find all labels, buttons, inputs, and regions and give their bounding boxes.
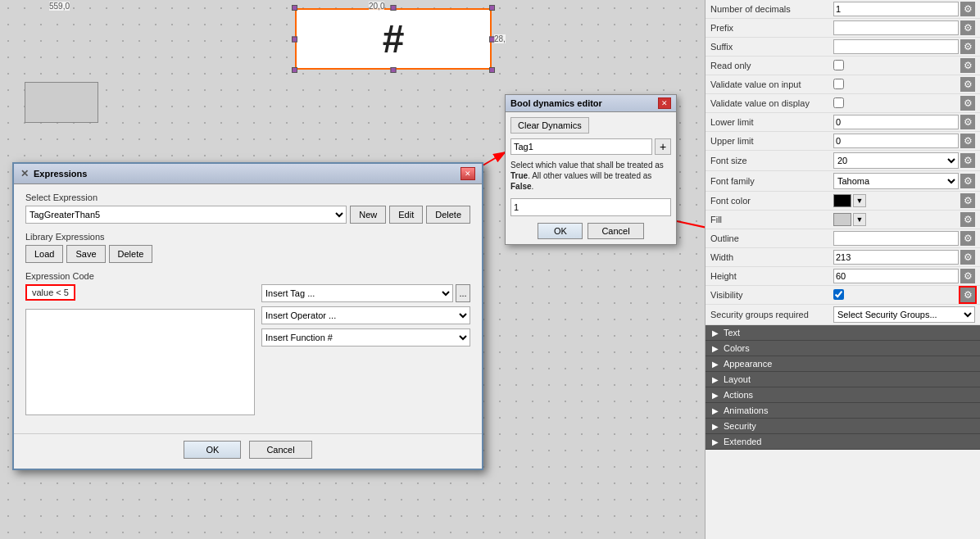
gear-upper-limit[interactable]: ⚙ (960, 134, 975, 148)
value-read-only (833, 60, 959, 72)
bool-plus-button[interactable]: + (655, 138, 671, 155)
handle-tl[interactable] (292, 5, 297, 11)
expressions-title-text: Expressions (34, 169, 87, 179)
value-security-groups: Select Security Groups... (833, 306, 975, 323)
handle-ml[interactable] (292, 36, 297, 42)
edit-expression-button[interactable]: Edit (389, 206, 423, 224)
delete-expression-button[interactable]: Delete (426, 206, 470, 224)
handle-tr[interactable] (489, 5, 495, 11)
chevron-extended: ▶ (712, 437, 719, 446)
expression-dropdown[interactable]: TagGreaterThan5 (25, 206, 347, 224)
checkbox-read-only[interactable] (833, 60, 844, 70)
gear-validate-input[interactable]: ⚙ (960, 77, 975, 92)
input-width[interactable] (833, 250, 959, 265)
insert-tag-select[interactable]: Insert Tag ... (261, 284, 453, 302)
save-button[interactable]: Save (66, 245, 105, 263)
select-font-family[interactable]: Tahoma Arial Verdana (833, 173, 959, 189)
input-upper-limit[interactable] (833, 134, 959, 148)
row-fill: Fill ▼ ⚙ (706, 211, 980, 229)
gear-number-of-decimals[interactable]: ⚙ (960, 2, 975, 16)
handle-tm[interactable] (391, 5, 397, 11)
input-prefix[interactable] (833, 20, 959, 35)
select-security-groups[interactable]: Select Security Groups... (833, 306, 975, 323)
gear-visibility[interactable]: ⚙ (960, 288, 975, 302)
section-extended[interactable]: ▶ Extended (706, 434, 980, 450)
gear-font-family[interactable]: ⚙ (960, 174, 975, 188)
label-validate-input: Validate value on input (710, 79, 833, 89)
chevron-animations: ▶ (712, 406, 719, 415)
font-color-swatch[interactable] (833, 194, 851, 207)
value-lower-limit (833, 115, 959, 129)
fill-color-dropdown[interactable]: ▼ (853, 213, 866, 226)
row-font-color: Font color ▼ ⚙ (706, 192, 980, 211)
input-lower-limit[interactable] (833, 115, 959, 129)
bool-value-input[interactable] (510, 198, 671, 216)
expressions-close-button[interactable]: ✕ (461, 167, 475, 180)
bool-ok-button[interactable]: OK (538, 223, 583, 239)
expressions-ok-button[interactable]: OK (184, 441, 241, 459)
value-validate-display (833, 97, 959, 110)
bool-dialog-buttons: OK Cancel (510, 223, 671, 239)
insert-tag-dots-button[interactable]: ... (456, 284, 470, 302)
clear-dynamics-button[interactable]: Clear Dynamics (510, 117, 589, 134)
bool-dialog-body: Clear Dynamics + Select which value that… (506, 112, 676, 244)
input-suffix[interactable] (833, 39, 959, 54)
handle-bl[interactable] (292, 67, 297, 73)
expressions-dialog: ✕ Expressions ✕ Select Expression TagGre… (12, 162, 483, 470)
row-font-family: Font family Tahoma Arial Verdana ⚙ (706, 171, 980, 192)
section-colors[interactable]: ▶ Colors (706, 341, 980, 356)
expression-select-row: TagGreaterThan5 New Edit Delete (25, 206, 470, 224)
gear-validate-display[interactable]: ⚙ (960, 96, 975, 111)
insert-function-select[interactable]: Insert Function # (261, 328, 470, 346)
label-outline: Outline (710, 233, 833, 243)
section-animations[interactable]: ▶ Animations (706, 403, 980, 419)
gear-lower-limit[interactable]: ⚙ (960, 115, 975, 129)
label-read-only: Read only (710, 61, 833, 70)
bool-cancel-button[interactable]: Cancel (588, 223, 643, 239)
expressions-cancel-button[interactable]: Cancel (249, 441, 311, 459)
gear-font-size[interactable]: ⚙ (960, 153, 975, 168)
insert-operator-select[interactable]: Insert Operator ... (261, 306, 470, 324)
value-validate-input (833, 79, 959, 91)
row-lower-limit: Lower limit ⚙ (706, 113, 980, 132)
section-text[interactable]: ▶ Text (706, 325, 980, 341)
new-expression-button[interactable]: New (350, 206, 386, 224)
gear-read-only[interactable]: ⚙ (960, 58, 975, 73)
gear-height[interactable]: ⚙ (960, 269, 975, 283)
input-height[interactable] (833, 269, 959, 283)
font-color-dropdown[interactable]: ▼ (853, 194, 866, 207)
fill-color-swatch[interactable] (833, 213, 851, 226)
handle-bm[interactable] (391, 67, 397, 73)
section-security[interactable]: ▶ Security (706, 419, 980, 434)
delete-library-button[interactable]: Delete (109, 245, 153, 263)
value-width (833, 250, 959, 265)
checkbox-validate-input[interactable] (833, 79, 844, 89)
label-prefix: Prefix (710, 23, 833, 33)
section-appearance[interactable]: ▶ Appearance (706, 356, 980, 372)
row-outline: Outline ⚙ (706, 229, 980, 248)
label-security-groups: Security groups required (710, 310, 833, 319)
handle-br[interactable] (489, 67, 495, 73)
input-outline[interactable] (833, 231, 959, 246)
gear-prefix[interactable]: ⚙ (960, 20, 975, 35)
expression-code-textarea[interactable] (25, 309, 255, 415)
gear-suffix[interactable]: ⚙ (960, 39, 975, 54)
section-layout[interactable]: ▶ Layout (706, 372, 980, 387)
row-security-groups: Security groups required Select Security… (706, 305, 980, 325)
load-button[interactable]: Load (25, 245, 63, 263)
label-lower-limit: Lower limit (710, 117, 833, 127)
gear-font-color[interactable]: ⚙ (960, 193, 975, 208)
bool-tag-input[interactable] (510, 138, 652, 155)
bool-dialog-close-button[interactable]: ✕ (658, 97, 671, 109)
gear-outline[interactable]: ⚙ (960, 231, 975, 246)
checkbox-visibility[interactable] (833, 289, 844, 300)
gear-width[interactable]: ⚙ (960, 250, 975, 265)
checkbox-validate-display[interactable] (833, 97, 844, 108)
value-font-family: Tahoma Arial Verdana (833, 173, 959, 189)
bool-tag-row: + (510, 138, 671, 155)
section-actions[interactable]: ▶ Actions (706, 387, 980, 403)
input-number-of-decimals[interactable] (833, 2, 959, 16)
row-prefix: Prefix ⚙ (706, 19, 980, 38)
gear-fill[interactable]: ⚙ (960, 212, 975, 227)
select-font-size[interactable]: 20 12 14 16 24 (833, 152, 959, 169)
